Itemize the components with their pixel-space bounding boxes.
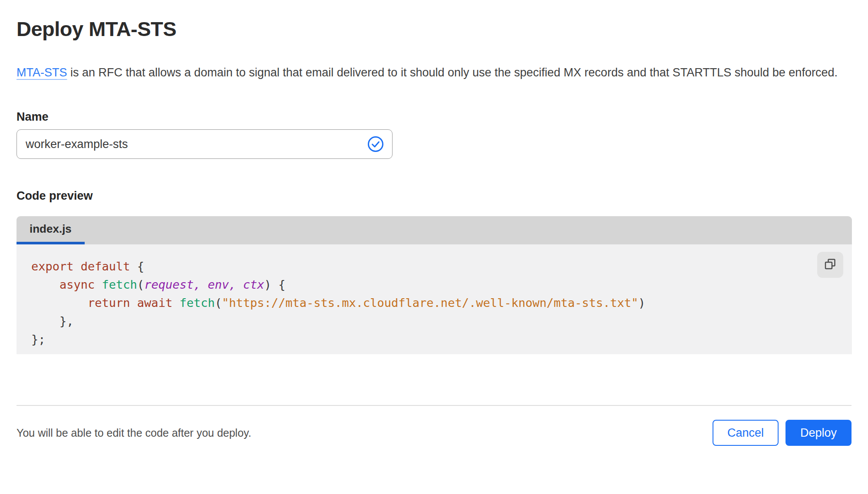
name-input[interactable] (26, 138, 367, 151)
cancel-button[interactable]: Cancel (713, 420, 779, 446)
code-tab-bar: index.js (17, 216, 852, 244)
code-line: return await fetch("https://mta-sts.mx.c… (31, 294, 837, 312)
copy-icon (824, 258, 837, 272)
footer-divider (17, 405, 851, 406)
code-block: export default { async fetch(request, en… (31, 257, 837, 349)
mta-sts-link[interactable]: MTA-STS (17, 66, 67, 79)
deploy-mta-sts-page: Deploy MTA-STS MTA-STS is an RFC that al… (0, 16, 868, 494)
copy-code-button[interactable] (817, 252, 843, 278)
description-text: MTA-STS is an RFC that allows a domain t… (17, 63, 846, 82)
check-circle-icon (367, 135, 384, 153)
page-title: Deploy MTA-STS (17, 16, 851, 43)
code-line: }; (31, 330, 837, 349)
tab-index-js[interactable]: index.js (17, 216, 85, 244)
deploy-button[interactable]: Deploy (785, 420, 851, 446)
code-preview-panel: index.js export default { async fetch(re… (17, 216, 852, 354)
description-body: is an RFC that allows a domain to signal… (67, 66, 838, 79)
name-input-container (17, 129, 393, 159)
footer-note: You will be able to edit the code after … (17, 427, 251, 439)
footer: You will be able to edit the code after … (17, 420, 851, 446)
footer-actions: Cancel Deploy (713, 420, 851, 446)
name-field-label: Name (17, 109, 851, 124)
code-line: }, (31, 312, 837, 330)
code-editor-body: export default { async fetch(request, en… (17, 244, 852, 354)
code-line: async fetch(request, env, ctx) { (31, 276, 837, 294)
code-line: export default { (31, 257, 837, 276)
code-preview-label: Code preview (17, 188, 851, 203)
